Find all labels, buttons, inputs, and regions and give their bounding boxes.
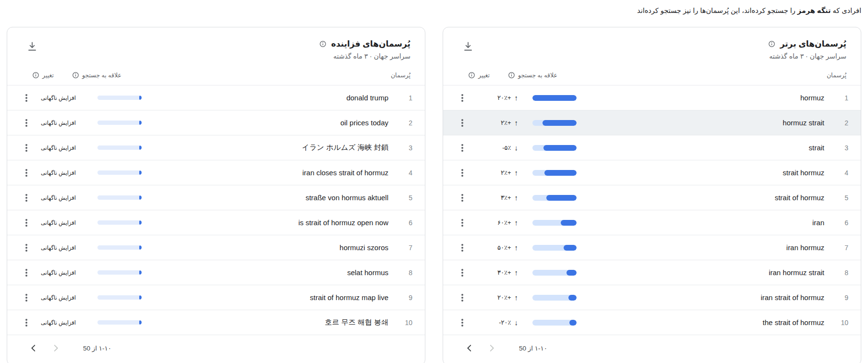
- rank-number: 10: [832, 319, 848, 327]
- info-icon[interactable]: [508, 72, 515, 79]
- interest-bar: [97, 121, 142, 125]
- change-value: افزایش ناگهانی: [41, 244, 76, 251]
- download-button[interactable]: [462, 41, 474, 52]
- query-row[interactable]: ۵۰٪+ ↑ iran hormuz 7: [443, 235, 861, 260]
- interest-bar: [532, 295, 577, 301]
- query-row[interactable]: -۲۰٪ ↓ the strait of hormuz 10: [443, 310, 861, 335]
- query-row[interactable]: ۲۰٪+ ↑ hormuz 1: [443, 85, 861, 110]
- query-row[interactable]: ۳۰٪+ ↑ iran hormuz strait 8: [443, 260, 861, 285]
- interest-bar: [97, 195, 142, 200]
- row-menu-button[interactable]: [23, 193, 30, 203]
- query-row[interactable]: افزایش ناگهانی is strait of hormuz open …: [7, 210, 425, 235]
- change-value: افزایش ناگهانی: [41, 194, 76, 201]
- rank-number: 3: [396, 144, 412, 152]
- query-text[interactable]: iran strait of hormuz: [577, 293, 824, 302]
- interest-bar-track: [532, 145, 577, 151]
- query-row[interactable]: افزایش ناگهانی donald trump 1: [7, 85, 425, 110]
- query-row[interactable]: افزایش ناگهانی イラン ホルムズ 海峡 封鎖 3: [7, 135, 425, 160]
- row-menu-button[interactable]: [458, 243, 466, 253]
- row-menu-button[interactable]: [458, 193, 466, 203]
- info-icon[interactable]: [32, 72, 39, 79]
- interest-bar-track: [532, 320, 577, 326]
- query-text[interactable]: straße von hormus aktuell: [142, 194, 388, 202]
- query-row[interactable]: افزایش ناگهانی selat hormus 8: [7, 260, 425, 285]
- info-icon[interactable]: [468, 72, 475, 79]
- query-text[interactable]: donald trump: [142, 94, 388, 102]
- query-text[interactable]: iran hormuz strait: [577, 268, 824, 277]
- rows: ۲۰٪+ ↑ hormuz 1 ۲٪+ ↑ hormuz strait 2: [443, 85, 861, 335]
- query-text[interactable]: イラン ホルムズ 海峡 封鎖: [142, 143, 388, 152]
- query-text[interactable]: strait: [577, 144, 824, 152]
- query-text[interactable]: iran closes strait of hormuz: [142, 169, 388, 177]
- query-text[interactable]: iran hormuz: [577, 243, 824, 252]
- more-vert-icon: [461, 222, 463, 224]
- row-menu-button[interactable]: [458, 268, 466, 278]
- query-text[interactable]: 호르 무즈 해협 봉쇄: [142, 318, 388, 327]
- rank-number: 1: [832, 94, 848, 102]
- next-page-button[interactable]: [464, 343, 475, 353]
- info-icon[interactable]: [72, 72, 79, 79]
- query-row[interactable]: ۶۰٪+ ↑ iran 6: [443, 210, 861, 235]
- query-row[interactable]: ۲٪+ ↑ hormuz strait 2: [443, 110, 861, 135]
- row-menu-button[interactable]: [458, 93, 466, 103]
- prev-page-button[interactable]: [50, 343, 61, 353]
- query-row[interactable]: افزایش ناگهانی straße von hormus aktuell…: [7, 185, 425, 210]
- row-menu-button[interactable]: [23, 268, 30, 278]
- rank-number: 4: [396, 169, 412, 177]
- info-icon[interactable]: [768, 40, 775, 48]
- card-subtitle: سراسر جهان · ۳ ماه گذشته: [38, 52, 410, 60]
- interest-bar-track: [532, 220, 577, 226]
- interest-bar: [532, 220, 577, 226]
- trend-arrow-icon: ↑: [515, 119, 518, 126]
- row-menu-button[interactable]: [23, 93, 30, 103]
- row-menu-button[interactable]: [23, 243, 30, 253]
- query-text[interactable]: selat hormus: [142, 268, 388, 277]
- interest-bar-track: [532, 95, 577, 101]
- change-value: ۳۰٪+: [497, 269, 511, 276]
- query-row[interactable]: ۳٪+ ↑ strait of hormuz 5: [443, 185, 861, 210]
- row-menu-button[interactable]: [23, 118, 30, 128]
- row-menu-button[interactable]: [458, 318, 466, 327]
- query-text[interactable]: oil prices today: [142, 119, 388, 127]
- row-menu-button[interactable]: [23, 143, 30, 153]
- download-button[interactable]: [26, 41, 38, 52]
- change-cell: -۵٪ ↓: [477, 144, 518, 151]
- row-menu-button[interactable]: [458, 293, 466, 302]
- query-text[interactable]: the strait of hormuz: [577, 318, 824, 327]
- row-menu-button[interactable]: [23, 293, 30, 302]
- query-row[interactable]: -۵٪ ↓ strait 3: [443, 135, 861, 160]
- query-row[interactable]: افزایش ناگهانی hormuzi szoros 7: [7, 235, 425, 260]
- interest-bar-track: [97, 121, 142, 125]
- row-menu-button[interactable]: [458, 168, 466, 178]
- query-text[interactable]: is strait of hormuz open now: [142, 218, 388, 227]
- interest-bar: [532, 270, 577, 276]
- query-text[interactable]: strait hormuz: [577, 169, 824, 177]
- row-menu-button[interactable]: [23, 168, 30, 178]
- row-menu-button[interactable]: [458, 218, 466, 228]
- query-text[interactable]: iran: [577, 218, 824, 227]
- query-row[interactable]: ۲٪+ ↑ strait hormuz 4: [443, 160, 861, 185]
- query-row[interactable]: افزایش ناگهانی iran closes strait of hor…: [7, 160, 425, 185]
- row-menu-button[interactable]: [458, 118, 466, 128]
- trend-arrow-icon: ↑: [515, 244, 518, 251]
- query-text[interactable]: hormuz strait: [577, 119, 824, 127]
- query-row[interactable]: افزایش ناگهانی 호르 무즈 해협 봉쇄 10: [7, 310, 425, 335]
- next-page-button[interactable]: [28, 343, 39, 353]
- prev-page-button[interactable]: [486, 343, 497, 353]
- interest-bar-fill: [546, 195, 577, 201]
- change-value: افزایش ناگهانی: [41, 95, 76, 101]
- query-text[interactable]: hormuzi szoros: [142, 243, 388, 252]
- row-menu-button[interactable]: [23, 218, 30, 228]
- info-icon[interactable]: [319, 40, 326, 48]
- query-row[interactable]: افزایش ناگهانی strait of hormuz map live…: [7, 285, 425, 310]
- rank-number: 3: [832, 144, 848, 152]
- query-row[interactable]: افزایش ناگهانی oil prices today 2: [7, 110, 425, 135]
- interest-bar: [532, 145, 577, 151]
- trend-arrow-icon: ↑: [515, 294, 518, 301]
- query-text[interactable]: hormuz: [577, 94, 824, 102]
- row-menu-button[interactable]: [23, 318, 30, 327]
- query-text[interactable]: strait of hormuz: [577, 194, 824, 202]
- query-text[interactable]: strait of hormuz map live: [142, 293, 388, 302]
- query-row[interactable]: ۲۰٪+ ↑ iran strait of hormuz 9: [443, 285, 861, 310]
- row-menu-button[interactable]: [458, 143, 466, 153]
